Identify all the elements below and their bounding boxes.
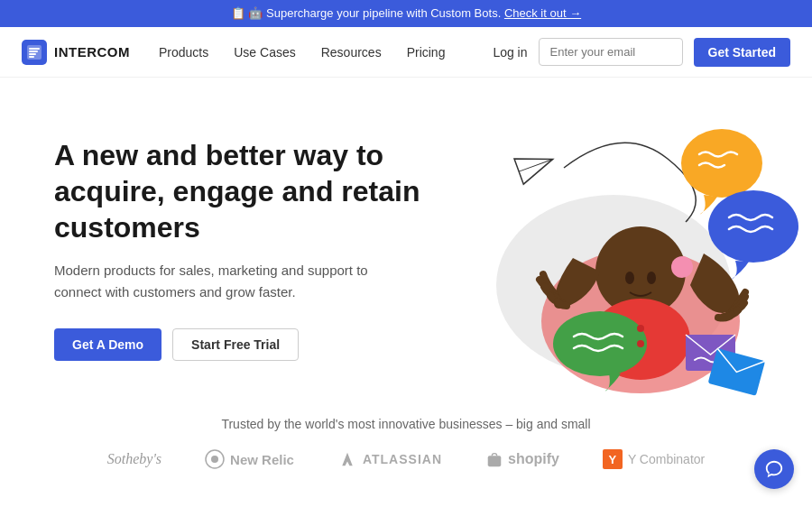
svg-point-13 (647, 272, 656, 284)
email-input[interactable] (539, 38, 683, 66)
hero-text: A new and better way to acquire, engage … (54, 137, 433, 361)
get-demo-button[interactable]: Get A Demo (54, 328, 161, 361)
atlassian-logo: ATLASSIAN (337, 449, 442, 469)
banner-text: Supercharge your pipeline with Custom Bo… (266, 6, 501, 20)
trusted-title: Trusted by the world's most innovative b… (36, 417, 776, 431)
shopify-logo: shopify (485, 450, 559, 468)
hero-buttons: Get A Demo Start Free Trial (54, 328, 433, 361)
nav-links: Products Use Cases Resources Pricing (159, 44, 493, 60)
svg-rect-4 (29, 56, 34, 58)
banner-link[interactable]: Check it out → (504, 6, 581, 20)
svg-point-12 (625, 272, 634, 284)
get-started-button[interactable]: Get Started (694, 38, 790, 67)
start-trial-button[interactable]: Start Free Trial (172, 328, 299, 361)
svg-rect-1 (29, 48, 40, 50)
logo-text: INTERCOM (54, 44, 130, 60)
chat-button[interactable] (754, 449, 794, 489)
announcement-banner: 📋 🤖 Supercharge your pipeline with Custo… (0, 0, 812, 27)
nav-right: Log in Get Started (493, 38, 790, 67)
logo[interactable]: INTERCOM (22, 40, 130, 65)
sothebys-logo: Sotheby's (107, 451, 161, 467)
svg-rect-2 (29, 51, 38, 52)
hero-illustration (397, 78, 812, 402)
nav-resources[interactable]: Resources (321, 45, 382, 60)
logo-icon (22, 40, 47, 65)
new-relic-logo: New Relic (205, 449, 294, 469)
hero-section: A new and better way to acquire, engage … (0, 78, 812, 402)
banner-emoji1: 📋 🤖 (231, 6, 263, 20)
nav-use-cases[interactable]: Use Cases (234, 45, 295, 60)
hero-svg (397, 78, 812, 402)
chat-icon (764, 459, 784, 479)
svg-point-19 (637, 325, 644, 332)
svg-point-10 (708, 190, 798, 263)
nav-products[interactable]: Products (159, 45, 208, 60)
trusted-logos: Sotheby's New Relic ATLASSIAN (36, 449, 776, 469)
yc-icon: Y (603, 449, 623, 469)
new-relic-name: New Relic (230, 452, 294, 467)
new-relic-icon (205, 449, 225, 469)
intercom-logo-svg (26, 44, 42, 60)
ycombinator-logo: Y Y Combinator (603, 449, 705, 469)
nav-pricing[interactable]: Pricing (407, 45, 446, 60)
hero-title: A new and better way to acquire, engage … (54, 137, 433, 245)
svg-point-22 (211, 456, 218, 463)
shopify-icon (485, 450, 503, 468)
sothebys-name: Sotheby's (107, 451, 161, 467)
hero-subtitle: Modern products for sales, marketing and… (54, 260, 379, 303)
yc-name: Y Combinator (628, 452, 705, 466)
svg-rect-24 (488, 456, 502, 467)
svg-point-16 (553, 311, 647, 376)
atlassian-name: ATLASSIAN (363, 452, 442, 466)
svg-line-8 (519, 160, 553, 172)
svg-point-14 (671, 256, 693, 278)
svg-point-9 (681, 129, 762, 198)
atlassian-icon (337, 449, 357, 469)
shopify-name: shopify (508, 451, 559, 467)
svg-rect-3 (29, 53, 36, 55)
svg-marker-23 (342, 453, 352, 466)
trusted-section: Trusted by the world's most innovative b… (0, 402, 812, 487)
main-nav: INTERCOM Products Use Cases Resources Pr… (0, 27, 812, 78)
login-link[interactable]: Log in (493, 45, 527, 60)
svg-point-20 (637, 340, 644, 347)
